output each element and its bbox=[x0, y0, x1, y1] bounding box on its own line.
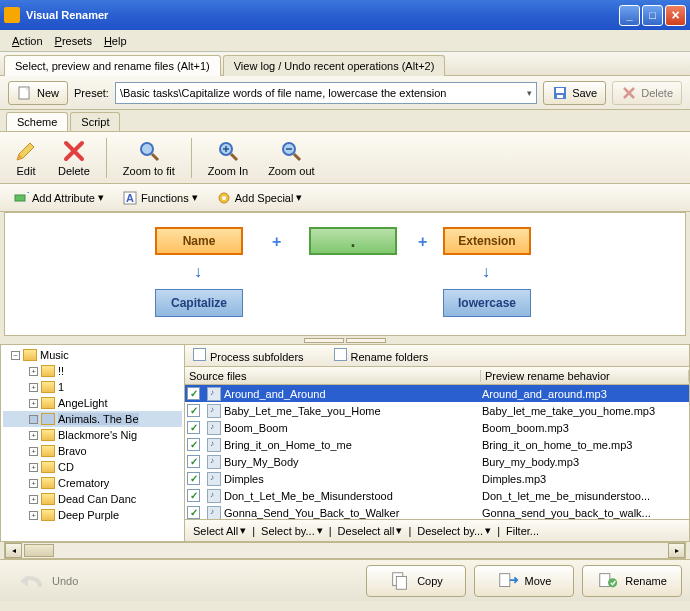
process-subfolders-checkbox[interactable]: Process subfolders bbox=[193, 348, 304, 363]
folder-tree[interactable]: −Music+!!+1+AngeLight Animals. The Be+Bl… bbox=[0, 344, 185, 542]
tab-log[interactable]: View log / Undo recent operations (Alt+2… bbox=[223, 55, 446, 76]
tree-node[interactable]: +!! bbox=[3, 363, 182, 379]
close-button[interactable]: × bbox=[665, 5, 686, 26]
file-checkbox[interactable] bbox=[187, 438, 200, 451]
file-row[interactable]: Bring_it_on_Home_to_meBring_it_on_home_t… bbox=[185, 436, 689, 453]
main-tabstrip: Select, preview and rename files (Alt+1)… bbox=[0, 52, 690, 76]
svg-rect-4 bbox=[557, 95, 563, 98]
preset-row: New Preset: \Basic tasks\Capitalize word… bbox=[0, 76, 690, 110]
app-icon bbox=[4, 7, 20, 23]
tree-node[interactable]: +AngeLight bbox=[3, 395, 182, 411]
audio-file-icon bbox=[207, 404, 221, 418]
source-filename: Bury_My_Body bbox=[224, 456, 482, 468]
zoom-out-button[interactable]: Zoom out bbox=[260, 137, 322, 179]
block-lowercase[interactable]: lowercase bbox=[443, 289, 531, 317]
file-row[interactable]: Gonna_Send_You_Back_to_WalkerGonna_send_… bbox=[185, 504, 689, 519]
file-checkbox[interactable] bbox=[187, 387, 200, 400]
zoom-fit-button[interactable]: Zoom to fit bbox=[115, 137, 183, 179]
select-by-button[interactable]: Select by... ▾ bbox=[257, 522, 327, 539]
move-button[interactable]: Move bbox=[474, 565, 574, 597]
copy-icon bbox=[389, 570, 411, 592]
file-checkbox[interactable] bbox=[187, 421, 200, 434]
horizontal-scrollbar[interactable]: ◂ ▸ bbox=[4, 542, 686, 559]
scheme-canvas[interactable]: Name + . + Extension ↓ ↓ Capitalize lowe… bbox=[4, 212, 686, 336]
block-dot[interactable]: . bbox=[309, 227, 397, 255]
tree-node[interactable]: Animals. The Be bbox=[3, 411, 182, 427]
tree-node[interactable]: +1 bbox=[3, 379, 182, 395]
preview-filename: Boom_boom.mp3 bbox=[482, 422, 689, 434]
source-filename: Boom_Boom bbox=[224, 422, 482, 434]
column-source[interactable]: Source files bbox=[185, 370, 481, 382]
select-all-button[interactable]: Select All ▾ bbox=[189, 522, 250, 539]
file-checkbox[interactable] bbox=[187, 489, 200, 502]
delete-preset-button[interactable]: Delete bbox=[612, 81, 682, 105]
scroll-right-button[interactable]: ▸ bbox=[668, 543, 685, 558]
tree-node[interactable]: +Bravo bbox=[3, 443, 182, 459]
filter-button[interactable]: Filter... bbox=[502, 523, 543, 539]
filter-bar: Select All ▾| Select by... ▾| Deselect a… bbox=[185, 519, 689, 541]
sub-tabstrip: Scheme Script bbox=[0, 110, 690, 132]
file-list[interactable]: Around_and_AroundAround_and_around.mp3Ba… bbox=[185, 385, 689, 519]
add-attribute-button[interactable]: + Add Attribute ▾ bbox=[6, 187, 111, 209]
file-row[interactable]: Boom_BoomBoom_boom.mp3 bbox=[185, 419, 689, 436]
menu-presets[interactable]: Presets bbox=[49, 33, 98, 49]
tab-rename[interactable]: Select, preview and rename files (Alt+1) bbox=[4, 55, 221, 76]
zoom-out-label: Zoom out bbox=[268, 165, 314, 177]
tab-script[interactable]: Script bbox=[70, 112, 120, 131]
source-filename: Bring_it_on_Home_to_me bbox=[224, 439, 482, 451]
options-row: Process subfolders Rename folders bbox=[185, 345, 689, 367]
separator bbox=[191, 138, 192, 178]
edit-button[interactable]: Edit bbox=[6, 137, 46, 179]
new-preset-button[interactable]: New bbox=[8, 81, 68, 105]
file-row[interactable]: DimplesDimples.mp3 bbox=[185, 470, 689, 487]
file-row[interactable]: Around_and_AroundAround_and_around.mp3 bbox=[185, 385, 689, 402]
tree-node[interactable]: +Dead Can Danc bbox=[3, 491, 182, 507]
add-attribute-label: Add Attribute bbox=[32, 192, 95, 204]
functions-button[interactable]: A Functions ▾ bbox=[115, 187, 205, 209]
file-checkbox[interactable] bbox=[187, 455, 200, 468]
tree-node[interactable]: +CD bbox=[3, 459, 182, 475]
column-preview[interactable]: Preview rename behavior bbox=[481, 370, 689, 382]
copy-button[interactable]: Copy bbox=[366, 565, 466, 597]
undo-label: Undo bbox=[52, 575, 78, 587]
menu-action[interactable]: Action bbox=[6, 33, 49, 49]
source-filename: Around_and_Around bbox=[224, 388, 482, 400]
block-capitalize[interactable]: Capitalize bbox=[155, 289, 243, 317]
maximize-button[interactable]: □ bbox=[642, 5, 663, 26]
preset-combobox[interactable]: \Basic tasks\Capitalize words of file na… bbox=[115, 82, 537, 104]
deselect-by-button[interactable]: Deselect by... ▾ bbox=[413, 522, 495, 539]
copy-label: Copy bbox=[417, 575, 443, 587]
scroll-left-button[interactable]: ◂ bbox=[5, 543, 22, 558]
tab-scheme[interactable]: Scheme bbox=[6, 112, 68, 131]
block-extension[interactable]: Extension bbox=[443, 227, 531, 255]
file-checkbox[interactable] bbox=[187, 506, 200, 519]
menu-help[interactable]: Help bbox=[98, 33, 133, 49]
zoom-in-button[interactable]: Zoom In bbox=[200, 137, 256, 179]
tree-node[interactable]: −Music bbox=[3, 347, 182, 363]
svg-line-10 bbox=[231, 154, 237, 160]
tree-node[interactable]: +Crematory bbox=[3, 475, 182, 491]
undo-button[interactable]: Undo bbox=[8, 568, 88, 594]
tree-node[interactable]: +Blackmore's Nig bbox=[3, 427, 182, 443]
scroll-thumb[interactable] bbox=[24, 544, 54, 557]
splitter[interactable] bbox=[0, 336, 690, 344]
audio-file-icon bbox=[207, 472, 221, 486]
delete-button[interactable]: Delete bbox=[50, 137, 98, 179]
preview-filename: Bury_my_body.mp3 bbox=[482, 456, 689, 468]
preset-label: Preset: bbox=[74, 87, 109, 99]
file-row[interactable]: Baby_Let_me_Take_you_HomeBaby_let_me_tak… bbox=[185, 402, 689, 419]
file-row[interactable]: Don_t_Let_Me_be_MisunderstoodDon_t_let_m… bbox=[185, 487, 689, 504]
save-label: Save bbox=[572, 87, 597, 99]
tree-node[interactable]: +Deep Purple bbox=[3, 507, 182, 523]
save-preset-button[interactable]: Save bbox=[543, 81, 606, 105]
add-special-button[interactable]: Add Special ▾ bbox=[209, 187, 310, 209]
rename-button[interactable]: Rename bbox=[582, 565, 682, 597]
file-checkbox[interactable] bbox=[187, 404, 200, 417]
block-name[interactable]: Name bbox=[155, 227, 243, 255]
file-row[interactable]: Bury_My_BodyBury_my_body.mp3 bbox=[185, 453, 689, 470]
rename-folders-checkbox[interactable]: Rename folders bbox=[334, 348, 429, 363]
minimize-button[interactable]: _ bbox=[619, 5, 640, 26]
deselect-all-button[interactable]: Deselect all ▾ bbox=[334, 522, 407, 539]
file-checkbox[interactable] bbox=[187, 472, 200, 485]
source-filename: Gonna_Send_You_Back_to_Walker bbox=[224, 507, 482, 519]
